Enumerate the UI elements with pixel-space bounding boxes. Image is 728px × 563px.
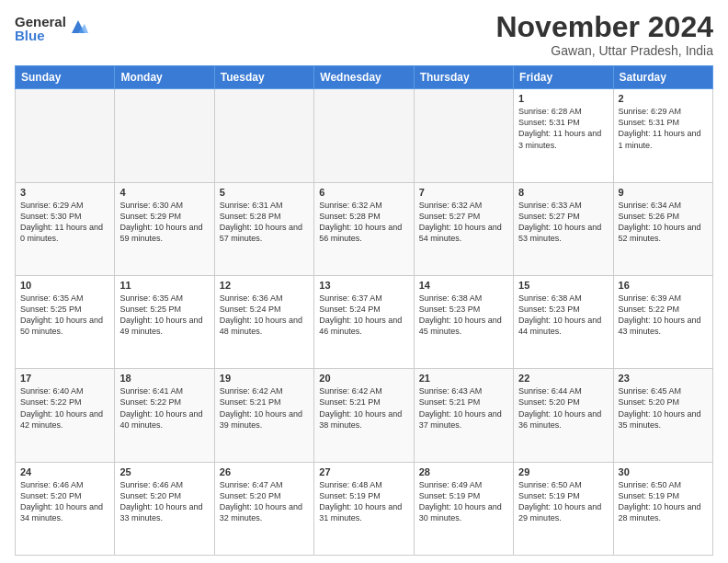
page: General Blue November 2024 Gawan, Uttar … [0, 0, 728, 563]
calendar-weekday-header: Tuesday [214, 66, 313, 89]
day-number: 10 [20, 280, 109, 291]
day-info: Sunrise: 6:50 AM Sunset: 5:19 PM Dayligh… [619, 479, 708, 524]
day-number: 24 [20, 466, 109, 477]
day-number: 29 [518, 466, 608, 477]
calendar-weekday-header: Wednesday [314, 66, 414, 89]
day-number: 9 [619, 187, 708, 198]
calendar-day-cell: 6Sunrise: 6:32 AM Sunset: 5:28 PM Daylig… [314, 182, 414, 275]
calendar-day-cell [314, 89, 414, 182]
calendar-day-cell: 19Sunrise: 6:42 AM Sunset: 5:21 PM Dayli… [214, 369, 313, 462]
calendar-day-cell: 7Sunrise: 6:32 AM Sunset: 5:27 PM Daylig… [414, 182, 513, 275]
calendar-day-cell: 25Sunrise: 6:46 AM Sunset: 5:20 PM Dayli… [115, 462, 214, 555]
calendar-day-cell: 9Sunrise: 6:34 AM Sunset: 5:26 PM Daylig… [613, 182, 712, 275]
day-number: 26 [220, 466, 309, 477]
day-number: 19 [220, 373, 309, 384]
header: General Blue November 2024 Gawan, Uttar … [15, 11, 713, 58]
day-number: 4 [119, 187, 209, 198]
calendar-week-row: 24Sunrise: 6:46 AM Sunset: 5:20 PM Dayli… [16, 462, 713, 555]
calendar-day-cell [414, 89, 513, 182]
day-info: Sunrise: 6:50 AM Sunset: 5:19 PM Dayligh… [518, 479, 608, 524]
day-number: 12 [220, 280, 309, 291]
calendar-day-cell: 21Sunrise: 6:43 AM Sunset: 5:21 PM Dayli… [414, 369, 513, 462]
day-info: Sunrise: 6:41 AM Sunset: 5:22 PM Dayligh… [119, 385, 209, 431]
calendar-day-cell: 4Sunrise: 6:30 AM Sunset: 5:29 PM Daylig… [115, 182, 214, 275]
day-info: Sunrise: 6:40 AM Sunset: 5:22 PM Dayligh… [20, 385, 109, 431]
day-info: Sunrise: 6:44 AM Sunset: 5:20 PM Dayligh… [518, 385, 608, 431]
day-number: 21 [419, 373, 508, 384]
day-info: Sunrise: 6:29 AM Sunset: 5:30 PM Dayligh… [20, 200, 109, 245]
calendar-day-cell: 5Sunrise: 6:31 AM Sunset: 5:28 PM Daylig… [214, 182, 313, 275]
day-info: Sunrise: 6:43 AM Sunset: 5:21 PM Dayligh… [419, 385, 508, 431]
day-number: 18 [119, 373, 209, 384]
calendar-day-cell: 26Sunrise: 6:47 AM Sunset: 5:20 PM Dayli… [214, 462, 313, 555]
day-info: Sunrise: 6:32 AM Sunset: 5:28 PM Dayligh… [319, 200, 408, 245]
day-number: 20 [319, 373, 408, 384]
day-number: 23 [619, 373, 708, 384]
calendar-day-cell: 15Sunrise: 6:38 AM Sunset: 5:23 PM Dayli… [514, 275, 613, 368]
calendar-day-cell: 30Sunrise: 6:50 AM Sunset: 5:19 PM Dayli… [613, 462, 712, 555]
day-number: 3 [20, 187, 109, 198]
calendar-day-cell [115, 89, 214, 182]
day-info: Sunrise: 6:35 AM Sunset: 5:25 PM Dayligh… [119, 293, 209, 338]
day-info: Sunrise: 6:29 AM Sunset: 5:31 PM Dayligh… [619, 106, 708, 151]
day-number: 8 [518, 187, 608, 198]
calendar-day-cell [214, 89, 313, 182]
day-info: Sunrise: 6:35 AM Sunset: 5:25 PM Dayligh… [20, 293, 109, 338]
calendar-day-cell: 20Sunrise: 6:42 AM Sunset: 5:21 PM Dayli… [314, 369, 414, 462]
calendar-day-cell: 18Sunrise: 6:41 AM Sunset: 5:22 PM Dayli… [115, 369, 214, 462]
day-number: 22 [518, 373, 608, 384]
day-number: 17 [20, 373, 109, 384]
day-number: 7 [419, 187, 508, 198]
calendar-weekday-header: Sunday [16, 66, 115, 89]
day-number: 25 [119, 466, 209, 477]
day-info: Sunrise: 6:33 AM Sunset: 5:27 PM Dayligh… [518, 200, 608, 245]
calendar-day-cell: 17Sunrise: 6:40 AM Sunset: 5:22 PM Dayli… [16, 369, 115, 462]
day-number: 14 [419, 280, 508, 291]
day-info: Sunrise: 6:38 AM Sunset: 5:23 PM Dayligh… [419, 293, 508, 338]
day-info: Sunrise: 6:32 AM Sunset: 5:27 PM Dayligh… [419, 200, 508, 245]
logo: General Blue [15, 15, 88, 42]
calendar-day-cell: 12Sunrise: 6:36 AM Sunset: 5:24 PM Dayli… [214, 275, 313, 368]
calendar-day-cell: 10Sunrise: 6:35 AM Sunset: 5:25 PM Dayli… [16, 275, 115, 368]
calendar-weekday-header: Monday [115, 66, 214, 89]
day-number: 16 [619, 280, 708, 291]
calendar-weekday-header: Thursday [414, 66, 513, 89]
day-info: Sunrise: 6:38 AM Sunset: 5:23 PM Dayligh… [518, 293, 608, 338]
calendar-day-cell: 2Sunrise: 6:29 AM Sunset: 5:31 PM Daylig… [613, 89, 712, 182]
day-number: 28 [419, 466, 508, 477]
day-number: 2 [619, 93, 708, 104]
day-info: Sunrise: 6:37 AM Sunset: 5:24 PM Dayligh… [319, 293, 408, 338]
day-number: 11 [119, 280, 209, 291]
day-number: 1 [518, 93, 608, 104]
calendar-day-cell: 22Sunrise: 6:44 AM Sunset: 5:20 PM Dayli… [514, 369, 613, 462]
day-info: Sunrise: 6:48 AM Sunset: 5:19 PM Dayligh… [319, 479, 408, 524]
calendar-day-cell: 23Sunrise: 6:45 AM Sunset: 5:20 PM Dayli… [613, 369, 712, 462]
logo-general: General [15, 15, 66, 29]
calendar-day-cell: 1Sunrise: 6:28 AM Sunset: 5:31 PM Daylig… [514, 89, 613, 182]
calendar-table: SundayMondayTuesdayWednesdayThursdayFrid… [15, 65, 713, 556]
calendar-day-cell: 11Sunrise: 6:35 AM Sunset: 5:25 PM Dayli… [115, 275, 214, 368]
calendar-weekday-header: Friday [514, 66, 613, 89]
day-number: 13 [319, 280, 408, 291]
day-info: Sunrise: 6:46 AM Sunset: 5:20 PM Dayligh… [20, 479, 109, 524]
day-info: Sunrise: 6:45 AM Sunset: 5:20 PM Dayligh… [619, 385, 708, 431]
calendar-header-row: SundayMondayTuesdayWednesdayThursdayFrid… [16, 66, 713, 89]
calendar-day-cell: 27Sunrise: 6:48 AM Sunset: 5:19 PM Dayli… [314, 462, 414, 555]
calendar-day-cell: 14Sunrise: 6:38 AM Sunset: 5:23 PM Dayli… [414, 275, 513, 368]
calendar-weekday-header: Saturday [613, 66, 712, 89]
day-info: Sunrise: 6:34 AM Sunset: 5:26 PM Dayligh… [619, 200, 708, 245]
day-number: 30 [619, 466, 708, 477]
calendar-day-cell: 28Sunrise: 6:49 AM Sunset: 5:19 PM Dayli… [414, 462, 513, 555]
day-info: Sunrise: 6:42 AM Sunset: 5:21 PM Dayligh… [319, 385, 408, 431]
day-info: Sunrise: 6:49 AM Sunset: 5:19 PM Dayligh… [419, 479, 508, 524]
calendar-day-cell: 13Sunrise: 6:37 AM Sunset: 5:24 PM Dayli… [314, 275, 414, 368]
day-info: Sunrise: 6:46 AM Sunset: 5:20 PM Dayligh… [119, 479, 209, 524]
day-number: 6 [319, 187, 408, 198]
calendar-week-row: 10Sunrise: 6:35 AM Sunset: 5:25 PM Dayli… [16, 275, 713, 368]
logo-icon [68, 17, 88, 37]
calendar-day-cell: 29Sunrise: 6:50 AM Sunset: 5:19 PM Dayli… [514, 462, 613, 555]
day-number: 27 [319, 466, 408, 477]
day-info: Sunrise: 6:28 AM Sunset: 5:31 PM Dayligh… [518, 106, 608, 151]
title-section: November 2024 Gawan, Uttar Pradesh, Indi… [495, 11, 713, 58]
day-info: Sunrise: 6:39 AM Sunset: 5:22 PM Dayligh… [619, 293, 708, 338]
